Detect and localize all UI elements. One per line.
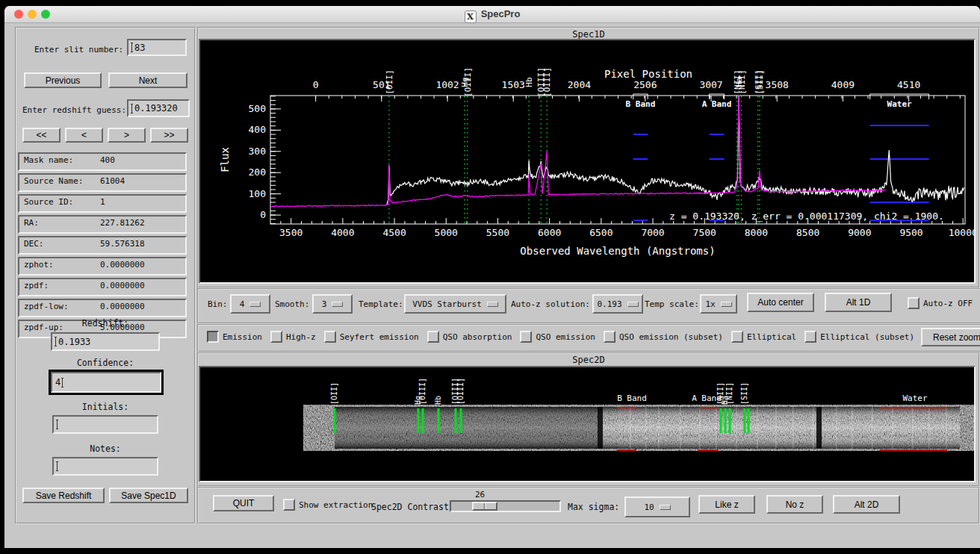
save-spec1d-button[interactable]: Save Spec1D — [109, 488, 188, 503]
checkbox-qso-emission[interactable]: QSO emission — [520, 331, 595, 343]
checkbox-elliptical-subset[interactable]: Elliptical (subset) — [804, 331, 914, 343]
contrast-label: Spec2D Contrast: — [371, 502, 454, 512]
save-redshift-button[interactable]: Save Redshift — [22, 488, 105, 503]
option-menu-icon — [660, 505, 671, 510]
checkbox-icon — [520, 331, 532, 343]
info-value: 400 — [100, 155, 115, 165]
spec2d-panel: Spec2D [OII]Hg[OIII]Hb[OIII][OIII][NII]H… — [197, 352, 980, 487]
template-label: Template: — [359, 299, 403, 309]
info-label: Mask name: — [24, 155, 73, 165]
spec1d-chart[interactable]: 3500400045005000550060006500700075008000… — [200, 40, 974, 282]
step-back-fast-button[interactable]: << — [22, 128, 61, 143]
svg-text:Hb: Hb — [434, 396, 442, 405]
info-row-mask-name: Mask name:400 — [18, 152, 187, 171]
checkbox-label: Seyfert emission — [340, 332, 419, 342]
svg-text:1002: 1002 — [435, 79, 459, 90]
temp-scale-dropdown[interactable]: 1x — [700, 294, 737, 314]
alt-2d-button[interactable]: Alt 2D — [833, 495, 900, 514]
template-checkbox-row: EmissionHigh-zSeyfert emissionQSO absorp… — [207, 331, 980, 343]
max-sigma-dropdown[interactable]: 10 — [624, 497, 690, 517]
autoz-off-checkbox[interactable]: Auto-z OFF — [908, 297, 973, 309]
slit-number-input[interactable]: 83 — [127, 39, 187, 56]
max-sigma-label: Max sigma: — [568, 502, 619, 512]
screen: XSpecPro Enter slit number: 83 Previous … — [0, 0, 980, 554]
notes-label: Notes: — [16, 443, 194, 454]
checkbox-elliptical[interactable]: Elliptical — [731, 331, 796, 343]
checkbox-icon — [604, 331, 615, 343]
info-value: 227.81262 — [100, 218, 145, 228]
window-title: XSpecPro — [4, 8, 980, 23]
checkbox-seyfert-emission[interactable]: Seyfert emission — [324, 331, 419, 343]
x11-icon: X — [465, 10, 477, 23]
svg-text:[OIII]: [OIII] — [542, 67, 552, 97]
step-forward-fast-button[interactable]: >> — [150, 128, 188, 143]
auto-center-button[interactable]: Auto center — [747, 293, 814, 312]
confidence-input[interactable]: 4 — [51, 372, 161, 393]
smooth-dropdown[interactable]: 3 — [312, 294, 353, 314]
step-back-button[interactable]: < — [65, 128, 103, 143]
spec2d-plot: [OII]Hg[OIII]Hb[OIII][OIII][NII]Ha[NII][… — [199, 366, 976, 482]
temp-scale-label: Temp scale: — [645, 299, 699, 309]
svg-text:z = 0.193320, z_err = 0.000117: z = 0.193320, z_err = 0.000117309, chi2 … — [669, 211, 944, 222]
info-label: RA: — [24, 218, 39, 228]
svg-text:9000: 9000 — [848, 227, 871, 238]
svg-text:[NII]: [NII] — [737, 69, 747, 94]
autoz-solution-dropdown[interactable]: 0.193 — [592, 294, 643, 314]
checkbox-qso-absorption[interactable]: QSO absorption — [427, 331, 512, 343]
info-value: 61004 — [100, 176, 125, 186]
show-extraction-checkbox[interactable]: Show extraction — [283, 499, 373, 511]
bin-label: Bin: — [208, 299, 228, 309]
svg-text:6500: 6500 — [589, 227, 612, 238]
svg-text:7500: 7500 — [693, 227, 716, 238]
step-forward-button[interactable]: > — [108, 128, 146, 143]
redshift-step-buttons: <<<>>> — [22, 128, 188, 143]
text-caret — [131, 43, 132, 52]
info-label: Source Name: — [24, 176, 83, 186]
spec1d-panel: Spec1D 350040004500500055006000650070007… — [197, 27, 980, 288]
svg-text:Water: Water — [902, 393, 927, 403]
svg-text:10000: 10000 — [949, 227, 974, 238]
redshift-guess-input[interactable]: 0.193320 — [127, 99, 190, 117]
checkbox-icon — [283, 499, 295, 511]
redshift-input[interactable]: 0.1933 — [51, 332, 160, 351]
bin-dropdown[interactable]: 4 — [230, 294, 270, 314]
svg-text:7000: 7000 — [641, 227, 664, 238]
reset-zoom-button[interactable]: Reset zoom — [921, 328, 980, 346]
info-value: 0.0000000 — [100, 281, 145, 290]
app-window: XSpecPro Enter slit number: 83 Previous … — [4, 6, 980, 548]
svg-text:400: 400 — [249, 124, 266, 135]
previous-button[interactable]: Previous — [24, 72, 102, 88]
info-row-source-name: Source Name:61004 — [18, 173, 187, 192]
info-value: 1 — [100, 197, 105, 207]
next-button[interactable]: Next — [108, 72, 187, 88]
svg-text:4000: 4000 — [331, 227, 354, 238]
like-z-button[interactable]: Like z — [698, 495, 755, 514]
svg-text:300: 300 — [249, 146, 266, 157]
checkbox-emission[interactable]: Emission — [207, 331, 262, 343]
svg-text:100: 100 — [249, 188, 266, 199]
initials-input[interactable] — [52, 415, 158, 434]
svg-text:4009: 4009 — [831, 79, 855, 90]
svg-text:[OIII]: [OIII] — [456, 378, 465, 405]
option-menu-icon — [332, 302, 343, 307]
checkbox-label: QSO emission (subset) — [619, 332, 723, 342]
checkbox-high-z[interactable]: High-z — [270, 331, 316, 343]
checkbox-qso-emission-subset[interactable]: QSO emission (subset) — [604, 331, 723, 343]
no-z-button[interactable]: No z — [766, 495, 823, 514]
quit-button[interactable]: QUIT — [213, 495, 274, 511]
spec2d-title: Spec2D — [199, 355, 979, 365]
notes-input[interactable] — [52, 457, 158, 476]
info-value: 0.0000000 — [100, 302, 145, 311]
contrast-slider[interactable] — [450, 500, 561, 512]
contrast-slider-handle[interactable] — [472, 502, 497, 511]
svg-text:4500: 4500 — [382, 227, 406, 238]
svg-text:Hb: Hb — [524, 77, 534, 87]
template-dropdown[interactable]: VVDS Starburst — [404, 294, 506, 314]
info-label: DEC: — [24, 239, 44, 249]
svg-text:500: 500 — [249, 103, 266, 114]
alt-1d-button[interactable]: Alt 1D — [825, 293, 892, 312]
spec1d-plot: 3500400045005000550060006500700075008000… — [199, 39, 976, 284]
spec2d-image[interactable]: [OII]Hg[OIII]Hb[OIII][OIII][NII]Ha[NII][… — [200, 367, 974, 481]
control-panel: Enter slit number: 83 Previous Next Ente… — [15, 27, 196, 524]
text-caret — [57, 420, 58, 429]
